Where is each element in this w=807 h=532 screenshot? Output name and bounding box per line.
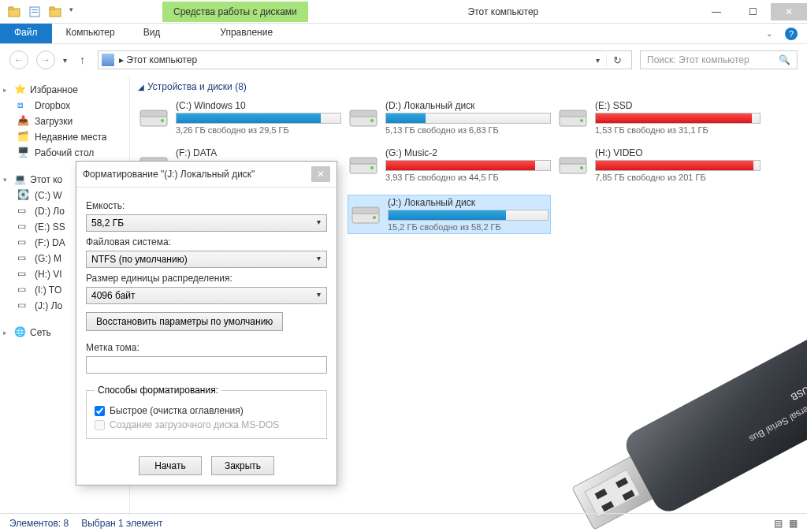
drive-icon <box>348 147 379 182</box>
qat-dropdown-icon[interactable] <box>69 6 76 18</box>
favorites-header[interactable]: ▸⭐Избранное <box>3 82 126 98</box>
new-folder-icon[interactable] <box>49 6 61 18</box>
drive-icon: ▭ <box>17 268 30 281</box>
format-dialog: Форматирование "(J:) Локальный диск" ✕ Е… <box>76 161 337 485</box>
status-bar: Элементов: 8 Выбран 1 элемент ▤ ▦ <box>0 513 807 532</box>
allocation-select[interactable]: 4096 байт <box>86 287 327 304</box>
ribbon: Файл Компьютер Вид Управление ⌄ ? <box>0 24 807 44</box>
drive-free-text: 15,2 ГБ свободно из 58,2 ГБ <box>388 222 549 232</box>
drive-icon: ▭ <box>17 252 30 265</box>
svg-point-12 <box>370 119 374 122</box>
dialog-title: Форматирование "(J:) Локальный диск" <box>83 169 311 180</box>
file-tab[interactable]: Файл <box>0 24 52 43</box>
maximize-button[interactable]: ☐ <box>734 3 771 20</box>
navbar: ← → ▾ ↑ ▸ Этот компьютер ▾ ↻ Поиск: Этот… <box>0 44 807 76</box>
drive-usage-bar <box>385 113 551 124</box>
ribbon-expand-icon[interactable]: ⌄ <box>766 29 772 38</box>
drive-name: (G:) Music-2 <box>385 147 551 158</box>
computer-icon: 💻 <box>14 173 27 186</box>
help-icon[interactable]: ? <box>785 28 798 40</box>
drive-name: (F:) DATA <box>176 147 341 158</box>
manage-tab[interactable]: Управление <box>206 24 287 43</box>
drive-free-text: 1,53 ГБ свободно из 31,1 ГБ <box>595 125 761 135</box>
view-details-icon[interactable]: ▤ <box>774 518 783 529</box>
search-placeholder: Поиск: Этот компьютер <box>647 54 749 65</box>
desktop-icon: 🖥️ <box>17 147 30 159</box>
computer-icon <box>102 54 114 66</box>
sidebar-item-recent[interactable]: 🗂️Недавние места <box>3 129 126 145</box>
drive-usage-bar <box>385 160 551 171</box>
history-dropdown-icon[interactable]: ▾ <box>63 56 67 65</box>
svg-rect-11 <box>350 110 377 117</box>
svg-rect-3 <box>32 9 38 10</box>
star-icon: ⭐ <box>14 84 27 96</box>
volume-label: Метка тома: <box>86 342 327 353</box>
view-icons-icon[interactable]: ▦ <box>789 518 798 529</box>
address-bar[interactable]: ▸ Этот компьютер ▾ ↻ <box>98 50 632 69</box>
up-button[interactable]: ↑ <box>75 54 90 66</box>
drive-free-text: 3,26 ГБ свободно из 29,5 ГБ <box>176 125 341 135</box>
drive-usage-bar <box>388 210 549 221</box>
back-button[interactable]: ← <box>9 50 28 69</box>
forward-button[interactable]: → <box>36 50 55 69</box>
explorer-icon <box>8 6 20 18</box>
drive-icon <box>557 100 589 135</box>
drive-usage-bar <box>595 160 761 171</box>
restore-defaults-button[interactable]: Восстановить параметры по умолчанию <box>86 312 283 331</box>
drive-icon: ▭ <box>17 205 30 218</box>
titlebar: Средства работы с дисками Этот компьютер… <box>0 0 807 24</box>
format-options-legend: Способы форматирования: <box>95 385 221 396</box>
quick-format-checkbox[interactable]: Быстрое (очистка оглавления) <box>95 405 318 416</box>
capacity-label: Емкость: <box>86 200 327 211</box>
svg-point-30 <box>373 216 376 219</box>
svg-point-24 <box>580 166 583 169</box>
dropbox-icon: ⧈ <box>17 99 30 112</box>
drive-name: (D:) Локальный диск <box>385 100 551 111</box>
close-button[interactable]: ✕ <box>771 3 807 20</box>
drive-icon: ▭ <box>17 299 30 312</box>
drive-icon <box>350 197 381 232</box>
view-tab[interactable]: Вид <box>129 24 175 43</box>
downloads-icon: 📥 <box>17 115 30 128</box>
svg-rect-1 <box>9 7 13 9</box>
capacity-select[interactable]: 58,2 ГБ <box>86 214 327 232</box>
drive-free-text: 3,93 ГБ свободно из 44,5 ГБ <box>385 173 551 182</box>
drive-name: (H:) VIDEO <box>595 147 761 158</box>
sidebar-item-desktop[interactable]: 🖥️Рабочий стол <box>3 145 126 161</box>
drive-item[interactable]: (H:) VIDEO7,85 ГБ свободно из 201 ГБ <box>557 147 761 182</box>
svg-rect-6 <box>50 7 54 9</box>
svg-point-21 <box>370 166 374 169</box>
sidebar-item-dropbox[interactable]: ⧈Dropbox <box>3 98 126 113</box>
section-header[interactable]: ◢Устройства и диски (8) <box>138 80 799 92</box>
properties-icon[interactable] <box>28 6 41 18</box>
search-input[interactable]: Поиск: Этот компьютер 🔍 <box>640 50 798 69</box>
start-button[interactable]: Начать <box>139 456 202 475</box>
volume-input[interactable] <box>86 356 327 374</box>
address-dropdown-icon[interactable]: ▾ <box>589 56 606 65</box>
svg-point-15 <box>580 119 583 122</box>
drive-icon <box>557 147 589 182</box>
network-icon: 🌐 <box>14 326 27 339</box>
minimize-button[interactable]: — <box>698 3 734 20</box>
dialog-close-button[interactable]: ✕ <box>311 166 330 182</box>
close-button-dialog[interactable]: Закрыть <box>211 456 274 475</box>
svg-point-9 <box>161 119 164 122</box>
drive-icon: ▭ <box>17 284 30 296</box>
drive-name: (C:) Windows 10 <box>176 100 341 111</box>
drive-item[interactable]: (J:) Локальный диск15,2 ГБ свободно из 5… <box>348 195 551 234</box>
drive-item[interactable]: (G:) Music-23,93 ГБ свободно из 44,5 ГБ <box>348 147 551 182</box>
drive-item[interactable]: (D:) Локальный диск5,13 ГБ свободно из 6… <box>348 100 551 135</box>
svg-rect-20 <box>350 158 377 164</box>
recent-icon: 🗂️ <box>17 131 30 143</box>
address-text: ▸ Этот компьютер <box>119 54 589 65</box>
quick-access-toolbar <box>0 6 84 18</box>
svg-rect-14 <box>560 110 586 117</box>
drive-usage-bar <box>176 113 341 124</box>
drive-item[interactable]: (C:) Windows 103,26 ГБ свободно из 29,5 … <box>138 100 341 135</box>
computer-tab[interactable]: Компьютер <box>52 24 129 43</box>
refresh-icon[interactable]: ↻ <box>606 54 628 66</box>
status-count: Элементов: 8 <box>9 518 69 529</box>
filesystem-select[interactable]: NTFS (по умолчанию) <box>86 251 327 268</box>
sidebar-item-downloads[interactable]: 📥Загрузки <box>3 113 126 129</box>
drive-item[interactable]: (E:) SSD1,53 ГБ свободно из 31,1 ГБ <box>557 100 761 135</box>
